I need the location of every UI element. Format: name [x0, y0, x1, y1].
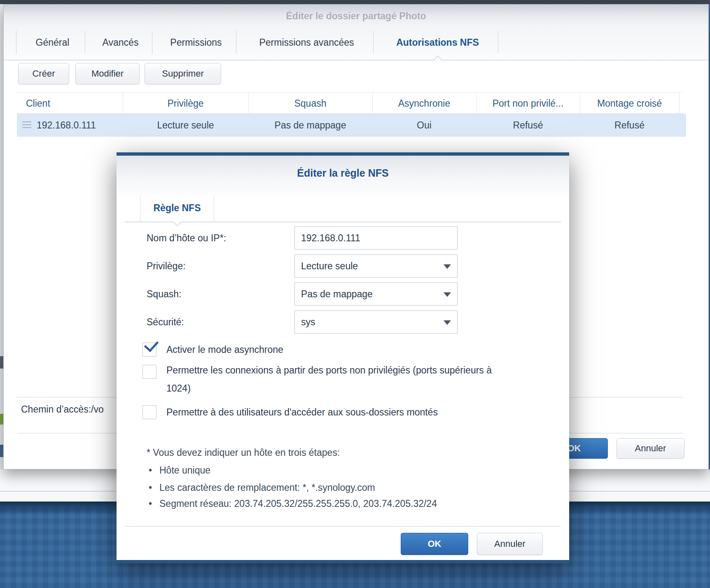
cell-montage: Refusé — [580, 114, 679, 137]
background-window-fragment — [0, 414, 3, 425]
tab-separator — [152, 31, 152, 54]
subfolder-access-checkbox[interactable] — [142, 405, 156, 419]
squash-select[interactable]: Pas de mappage — [294, 282, 458, 306]
privilege-label: Privilège: — [147, 254, 186, 278]
tab-divider — [125, 222, 561, 222]
tab-autorisations-nfs[interactable]: Autorisations NFS — [377, 25, 498, 60]
top-system-bar — [0, 0, 710, 4]
footnote-item: Segment réseau: 203.74.205.32/255.255.25… — [159, 495, 437, 512]
background-window-edge — [0, 4, 3, 469]
modify-button[interactable]: Modifier — [75, 63, 140, 84]
privilege-select[interactable]: Lecture seule — [294, 254, 458, 278]
security-selected-value: sys — [301, 317, 315, 327]
tab-separator — [236, 31, 236, 54]
cell-privilege: Lecture seule — [123, 114, 248, 137]
footnote-item: Hôte unique — [159, 462, 210, 479]
delete-button[interactable]: Supprimer — [145, 63, 221, 84]
hostname-input[interactable]: 192.168.0.111 — [294, 226, 458, 250]
non-privileged-ports-checkbox[interactable] — [142, 365, 156, 379]
non-privileged-ports-label[interactable]: Permettre les connexions à partir des po… — [166, 361, 496, 397]
tab-bar: Général Avancés Permissions Permissions … — [4, 25, 708, 61]
tab-separator — [373, 31, 374, 54]
cell-asynchronie: Oui — [372, 114, 476, 137]
footnote-title: * Vous devez indiquer un hôte en trois é… — [147, 447, 340, 458]
share-path-text: Chemin d’accès:/vo — [21, 404, 104, 415]
column-header-port-non-privilegie[interactable]: Port non privilé... — [476, 93, 580, 114]
column-header-montage-croise[interactable]: Montage croisé — [580, 93, 679, 114]
footnote-item: Les caractères de remplacement: *, *.syn… — [159, 479, 375, 496]
tab-general[interactable]: Général — [20, 25, 85, 60]
tab-separator — [16, 31, 16, 54]
create-button[interactable]: Créer — [18, 63, 69, 84]
tab-permissions[interactable]: Permissions — [156, 25, 236, 60]
ok-button[interactable]: OK — [401, 533, 468, 555]
chevron-down-icon — [444, 320, 451, 325]
column-header-client[interactable]: Client — [26, 93, 125, 114]
nfs-rules-table-header: Client Privilège Squash Asynchronie Port… — [17, 92, 683, 114]
privilege-selected-value: Lecture seule — [301, 261, 358, 271]
tab-permissions-avancees[interactable]: Permissions avancées — [240, 25, 373, 60]
screen: Éditer le dossier partagé Photo Général … — [0, 0, 710, 588]
column-header-squash[interactable]: Squash — [248, 93, 372, 114]
background-window-fragment — [0, 445, 3, 457]
async-mode-checkbox[interactable] — [142, 343, 156, 357]
nfs-rule-dialog: Éditer la règle NFS Règle NFS Nom d’hôte… — [117, 152, 569, 563]
squash-label: Squash: — [147, 282, 181, 306]
cancel-button-outer[interactable]: Annuler — [617, 438, 684, 459]
chevron-down-icon — [444, 264, 451, 269]
hostname-label: Nom d’hôte ou IP*: — [147, 226, 226, 250]
tab-avances[interactable]: Avancés — [89, 25, 152, 60]
cell-port: Refusé — [476, 114, 580, 137]
drag-handle-icon[interactable] — [22, 121, 31, 129]
cancel-button[interactable]: Annuler — [477, 533, 543, 555]
window-title: Éditer le dossier partagé Photo — [4, 5, 708, 25]
squash-selected-value: Pas de mappage — [301, 289, 373, 299]
dialog-footer-divider — [125, 526, 561, 527]
table-row[interactable]: 192.168.0.111 Lecture seule Pas de mappa… — [17, 114, 686, 137]
async-mode-label[interactable]: Activer le mode asynchrone — [166, 341, 283, 359]
dialog-title: Éditer la règle NFS — [117, 167, 569, 179]
tab-separator — [85, 31, 85, 54]
column-separator — [679, 93, 680, 114]
subfolder-access-label[interactable]: Permettre à des utilisateurs d'accéder a… — [166, 403, 438, 421]
column-header-asynchronie[interactable]: Asynchronie — [372, 93, 476, 114]
security-label: Sécurité: — [147, 310, 184, 334]
chevron-down-icon — [444, 292, 451, 297]
security-select[interactable]: sys — [294, 310, 458, 334]
cell-squash: Pas de mappage — [248, 114, 372, 137]
tab-separator — [498, 31, 498, 54]
column-header-privilege[interactable]: Privilège — [123, 93, 248, 114]
background-window-fragment — [0, 356, 3, 369]
cell-client: 192.168.0.111 — [37, 114, 131, 137]
